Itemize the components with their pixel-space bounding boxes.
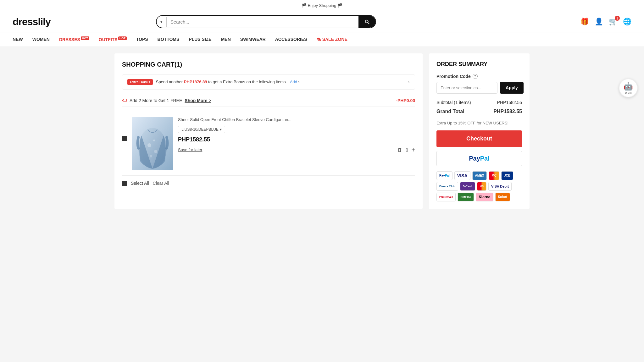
delete-item-button[interactable]: 🗑 [397,147,402,153]
gift-icon-button[interactable]: 🎁 [580,18,589,26]
search-bar: ▾ [156,15,376,28]
payment-icons: PayPal VISA AMEX MC JCB Diners Club D-Ca… [436,171,522,201]
select-all-row: Select All Clear All [122,176,415,187]
item-details: Sheer Solid Open Front Chiffon Bracelet … [178,117,415,153]
save-for-later-link[interactable]: Save for later [178,147,202,152]
nav-item-men[interactable]: MEN [221,36,231,43]
increase-qty-button[interactable]: + [411,147,415,153]
payment-visa-debit-icon: VISA Debit [488,182,512,191]
cart-badge: 1 [615,16,620,21]
chatbot-widget[interactable]: 🤖 D-Bot [619,79,638,97]
nav-item-accessories[interactable]: ACCESSORIES [275,36,307,43]
cart-section: SHOPPING CART(1) Extra Bonus Spend anoth… [114,53,423,209]
apply-promo-button[interactable]: Apply [500,82,524,94]
grand-total-value: PHP1582.55 [493,109,522,114]
nav-item-swimwear[interactable]: SWIMWEAR [240,36,266,43]
sale-icon: 🛍 [317,37,321,42]
payment-amex-icon: AMEX [472,171,487,180]
payment-paypal-icon: PayPal [436,171,452,180]
banner-flag-right: 🏴 [337,3,342,8]
payment-diners-icon: Diners Club [436,182,458,191]
cart-icon-button[interactable]: 🛒 1 [609,18,617,26]
nav-item-plus-size[interactable]: PLUS SIZE [189,36,211,43]
order-summary-title: ORDER SUMMARY [436,61,522,68]
order-summary-box: ORDER SUMMARY Promotion Code ? Apply Sub… [429,53,530,209]
main-nav: NEW WOMEN DRESSESHOT OUTFITSHOT TOPS BOT… [0,32,644,47]
nav-item-tops[interactable]: TOPS [136,36,148,43]
select-all-checkbox[interactable] [122,181,127,186]
user-icon-button[interactable]: 👤 [595,18,603,26]
logo[interactable]: dresslily [13,16,51,28]
payment-mc-debit-icon: MC [477,182,486,191]
item-image-svg [132,117,173,170]
free-item-price: -PHP0.00 [396,98,415,103]
nav-item-women[interactable]: WOMEN [32,36,50,43]
shop-more-link[interactable]: Shop More > [185,98,211,103]
language-icon-button[interactable]: 🌐 [623,18,631,26]
tag-icon: 🏷 [122,98,127,103]
payment-przelewy-icon: Przelewy24 [436,193,456,201]
payment-jcb-icon: JCB [501,171,513,180]
main-content: SHOPPING CART(1) Extra Bonus Spend anoth… [102,47,542,215]
clear-all-button[interactable]: Clear All [153,181,169,186]
order-summary: ORDER SUMMARY Promotion Code ? Apply Sub… [429,53,530,209]
paypal-button[interactable]: PayPal [436,151,522,166]
header-icons: 🎁 👤 🛒 1 🌐 [580,18,631,26]
extra-bonus-chevron-icon: › [408,79,410,85]
hot-badge-outfits: HOT [118,36,127,40]
nav-item-outfits[interactable]: OUTFITSHOT [99,36,127,43]
extra-bonus-add-link[interactable]: Add [290,80,297,84]
nav-item-new[interactable]: NEW [13,36,23,43]
cart-item: Sheer Solid Open Front Chiffon Bracelet … [122,112,415,176]
promo-code-input[interactable] [436,82,497,94]
promo-code-label: Promotion Code ? [436,74,522,79]
payment-dcard-icon: D-Card [460,182,475,191]
promo-info-icon[interactable]: ? [473,74,478,79]
select-all-label[interactable]: Select All [131,181,149,186]
extra-bonus-tag: Extra Bonus [127,79,153,85]
svg-point-4 [150,155,152,157]
subtotal-row: Subtotal (1 items) PHP1582.55 [436,100,522,105]
banner-text: Enjoy Shopping [308,3,336,8]
item-checkbox[interactable] [122,136,127,141]
search-button[interactable] [358,16,375,28]
extra-bonus-amount: PHP1876.89 [184,80,207,84]
subtotal-label: Subtotal (1 items) [436,100,471,105]
item-variant-selector[interactable]: L|US8-10/DEEPBLUE ▾ [178,126,225,133]
checkout-button[interactable]: Checkout [436,130,522,147]
payment-mastercard-icon: MC [489,171,499,180]
banner-flag-left: 🏴 [302,3,307,8]
new-user-promo: Extra Up to 15% OFF for NEW USERS! [436,121,522,125]
svg-point-5 [153,140,155,141]
promo-input-row: Apply [436,82,522,94]
free-item-left: 🏷 Add 2 More to Get 1 FREE Shop More > [122,98,211,103]
item-image [132,117,173,170]
paypal-text: PayPal [469,155,490,162]
search-input[interactable] [167,17,358,27]
payment-visa-icon: VISA [454,171,470,180]
free-item-banner: 🏷 Add 2 More to Get 1 FREE Shop More > -… [122,95,415,107]
search-icon [364,19,370,25]
svg-point-2 [147,143,151,147]
cart-title: SHOPPING CART(1) [122,61,415,68]
nav-item-sale-zone[interactable]: 🛍SALE ZONE [317,36,347,43]
subtotal-value: PHP1582.55 [497,100,522,105]
item-name: Sheer Solid Open Front Chiffon Bracelet … [178,117,415,123]
variant-chevron-icon: ▾ [220,127,222,132]
chatbot-label: D-Bot [625,91,631,94]
extra-bonus-text: Spend another PHP1876.89 to get a Extra … [156,80,300,84]
nav-item-dresses[interactable]: DRESSESHOT [59,36,89,43]
hot-badge-dresses: HOT [81,36,89,40]
nav-item-bottoms[interactable]: BOTTOMS [158,36,180,43]
grand-total-row: Grand Total PHP1582.55 [436,109,522,114]
grand-total-label: Grand Total [436,109,464,114]
search-dropdown[interactable]: ▾ [157,17,167,27]
item-price: PHP1582.55 [178,136,415,143]
payment-omega-icon: OMEGA [458,193,474,201]
qty-controls: 🗑 1 + [397,147,415,153]
top-banner: 🏴 Enjoy Shopping 🏴 [0,0,644,11]
item-quantity: 1 [406,147,408,152]
svg-point-3 [154,150,157,153]
payment-sofort-icon: Sofort [495,193,510,201]
extra-bonus-banner: Extra Bonus Spend another PHP1876.89 to … [122,74,415,90]
